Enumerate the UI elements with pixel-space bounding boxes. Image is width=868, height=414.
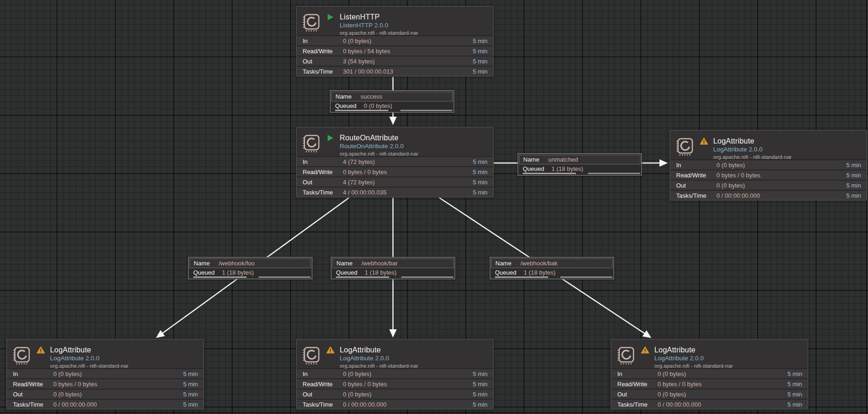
processor-logattribute-bak[interactable]: LogAttribute LogAttribute 2.0.0 org.apac…	[611, 339, 808, 409]
stat-window: 5 min	[473, 391, 493, 398]
stat-label: Tasks/Time	[7, 401, 53, 408]
processor-stamp-icon	[617, 346, 636, 365]
connection-label-unmatched[interactable]: Name unmatched Queued 1 (18 bytes)	[518, 153, 642, 176]
stat-label: In	[297, 38, 343, 44]
connection-label-success[interactable]: Name success Queued 0 (0 bytes)	[330, 90, 454, 113]
stat-value: 0 (0 bytes)	[658, 370, 787, 377]
stat-window: 5 min	[787, 370, 808, 377]
stat-value: 0 bytes / 0 bytes	[716, 172, 846, 179]
stat-value: 0 (0 bytes)	[716, 182, 846, 189]
stat-row-tasks: Tasks/Time 0 / 00:00:00.000 5 min	[7, 399, 203, 409]
warning-status-icon	[326, 346, 335, 354]
flow-canvas[interactable]: ListenHTTP ListenHTTP 2.0.0 org.apache.n…	[0, 0, 868, 414]
stat-value: 0 (0 bytes)	[53, 370, 183, 377]
queued-key: Queued	[523, 165, 551, 172]
stat-window: 5 min	[846, 162, 867, 169]
stat-value: 301 / 00:00:00.013	[343, 68, 473, 75]
queue-size-bar	[400, 110, 452, 111]
queue-size-bar	[588, 173, 640, 174]
stat-value: 0 (0 bytes)	[658, 391, 787, 398]
processor-listenhttp[interactable]: ListenHTTP ListenHTTP 2.0.0 org.apache.n…	[296, 6, 494, 76]
stat-row-readwrite: Read/Write 0 bytes / 0 bytes 5 min	[7, 378, 203, 389]
processor-title: LogAttribute	[654, 345, 733, 354]
connection-label-webhook-foo[interactable]: Name /webhook/foo Queued 1 (18 bytes)	[188, 257, 312, 279]
name-key: Name	[520, 156, 548, 163]
processor-stamp-icon	[303, 13, 321, 32]
stat-label: In	[611, 370, 658, 377]
processor-stamp-icon	[676, 137, 695, 157]
stat-window: 5 min	[846, 182, 867, 189]
processor-logattribute-bar[interactable]: LogAttribute LogAttribute 2.0.0 org.apac…	[296, 339, 494, 409]
stat-row-in: In 4 (72 bytes) 5 min	[297, 156, 493, 166]
stat-row-out: Out 0 (0 bytes) 5 min	[297, 389, 493, 399]
processor-header: RouteOnAttribute RouteOnAttribute 2.0.0 …	[297, 127, 493, 156]
connection-name-row: Name /webhook/foo	[190, 258, 311, 268]
processor-bundle: org.apache.nifi - nifi-standard-nar	[654, 363, 733, 370]
processor-bundle: org.apache.nifi - nifi-standard-nar	[713, 154, 792, 161]
stat-row-out: Out 0 (0 bytes) 5 min	[7, 389, 203, 399]
stat-label: Read/Write	[297, 169, 343, 176]
queue-size-bar	[259, 276, 310, 278]
connection-name: /webhook/bar	[361, 260, 398, 267]
queue-count-bar	[193, 276, 247, 278]
name-key: Name	[190, 260, 219, 267]
processor-stamp-icon	[13, 346, 32, 365]
processor-logattribute-foo[interactable]: LogAttribute LogAttribute 2.0.0 org.apac…	[6, 339, 204, 409]
stat-value: 4 (72 bytes)	[343, 158, 473, 165]
stat-label: Tasks/Time	[297, 189, 343, 196]
name-key: Name	[333, 260, 361, 267]
stat-value: 4 (72 bytes)	[343, 179, 473, 186]
queued-key: Queued	[336, 269, 365, 276]
stat-value: 0 bytes / 0 bytes	[343, 381, 473, 388]
processor-routeonattribute[interactable]: RouteOnAttribute RouteOnAttribute 2.0.0 …	[296, 127, 494, 197]
stat-value: 3 (54 bytes)	[343, 58, 473, 65]
warning-status-icon	[700, 138, 708, 145]
processor-logattribute-unmatched[interactable]: LogAttribute LogAttribute 2.0.0 org.apac…	[670, 130, 867, 201]
connection-queued-row: Queued 1 (18 bytes)	[490, 268, 614, 276]
connection-label-webhook-bak[interactable]: Name /webhook/bak Queued 1 (18 bytes)	[490, 257, 614, 279]
stat-row-tasks: Tasks/Time 0 / 00:00:00.000 5 min	[611, 399, 808, 409]
processor-version: RouteOnAttribute 2.0.0	[340, 143, 418, 150]
stat-window: 5 min	[473, 158, 493, 165]
stat-row-readwrite: Read/Write 0 bytes / 0 bytes 5 min	[611, 378, 808, 389]
processor-version: LogAttribute 2.0.0	[340, 355, 418, 362]
stat-value: 0 (0 bytes)	[343, 391, 473, 398]
processor-bundle: org.apache.nifi - nifi-standard-nar	[340, 363, 418, 370]
queued-key: Queued	[193, 269, 222, 276]
queue-count-bar	[523, 173, 576, 174]
stat-row-out: Out 4 (72 bytes) 5 min	[297, 176, 493, 187]
queue-count-bar	[336, 276, 389, 278]
processor-title: ListenHTTP	[340, 13, 418, 21]
connection-label-webhook-bar[interactable]: Name /webhook/bar Queued 1 (18 bytes)	[331, 257, 455, 279]
stat-row-out: Out 3 (54 bytes) 5 min	[297, 56, 493, 66]
connection-queued-row: Queued 1 (18 bytes)	[189, 268, 312, 276]
stat-window: 5 min	[473, 370, 493, 377]
connection-queued-row: Queued 1 (18 bytes)	[518, 164, 641, 173]
stat-row-readwrite: Read/Write 0 bytes / 0 bytes 5 min	[670, 169, 867, 180]
processor-header: LogAttribute LogAttribute 2.0.0 org.apac…	[611, 339, 808, 368]
processor-bundle: org.apache.nifi - nifi-standard-nar	[340, 30, 418, 37]
stat-row-in: In 0 (0 bytes) 5 min	[297, 35, 493, 45]
stat-value: 0 / 00:00:00.000	[53, 401, 183, 408]
stat-value: 0 (0 bytes)	[343, 370, 473, 377]
connection-name-row: Name unmatched	[519, 155, 640, 164]
stat-label: Out	[611, 391, 658, 398]
stat-label: Out	[297, 58, 343, 65]
connection-name-row: Name /webhook/bak	[491, 258, 613, 268]
queue-count-bar	[495, 276, 548, 278]
processor-title: LogAttribute	[713, 137, 792, 145]
connection-name: success	[361, 93, 382, 100]
stat-value: 0 (0 bytes)	[343, 38, 473, 44]
queued-value: 1 (18 bytes)	[524, 269, 556, 276]
stat-row-in: In 0 (0 bytes) 5 min	[7, 368, 203, 378]
stat-row-tasks: Tasks/Time 301 / 00:00:00.013 5 min	[297, 66, 493, 76]
connection-name-row: Name success	[331, 92, 453, 101]
queued-value: 1 (18 bytes)	[551, 165, 583, 172]
stat-row-tasks: Tasks/Time 0 / 00:00:00.000 5 min	[297, 399, 493, 409]
stat-window: 5 min	[787, 401, 808, 408]
stat-window: 5 min	[183, 381, 203, 388]
processor-header: LogAttribute LogAttribute 2.0.0 org.apac…	[670, 131, 867, 159]
stat-value: 0 (0 bytes)	[53, 391, 183, 398]
name-key: Name	[492, 260, 520, 267]
stat-window: 5 min	[473, 48, 493, 55]
